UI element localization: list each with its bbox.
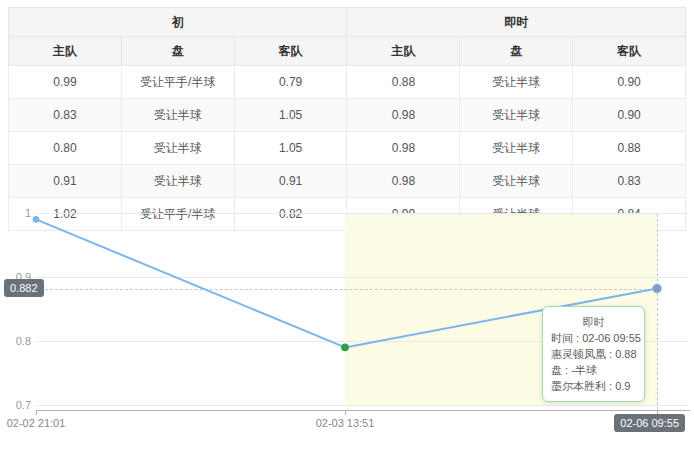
odds-cell: 0.98 [347, 99, 460, 132]
odds-cell: 0.88 [347, 66, 460, 99]
odds-cell: 0.98 [347, 132, 460, 165]
column-header-row: 主队盘客队主队盘客队 [9, 37, 686, 66]
data-point-1[interactable] [342, 344, 349, 351]
current-odds-badge: 0.882 [4, 279, 44, 297]
odds-cell: 0.90 [573, 66, 686, 99]
group-header-live: 即时 [347, 8, 686, 37]
column-header: 主队 [347, 37, 460, 66]
odds-table: 初 即时 主队盘客队主队盘客队 0.99受让平手/半球0.790.88受让半球0… [8, 7, 686, 231]
table-row: 0.83受让半球1.050.98受让半球0.90 [9, 99, 686, 132]
odds-cell: 0.91 [9, 165, 122, 198]
data-point-0[interactable] [33, 216, 39, 222]
table-row: 0.99受让平手/半球0.790.88受让半球0.90 [9, 66, 686, 99]
odds-cell: 受让半球 [460, 66, 573, 99]
odds-cell: 0.80 [9, 132, 122, 165]
tooltip-line: 惠灵顿凤凰 : 0.88 [551, 346, 636, 362]
odds-cell: 受让半球 [121, 132, 234, 165]
odds-cell: 0.88 [573, 132, 686, 165]
odds-cell: 受让半球 [460, 132, 573, 165]
odds-cell: 0.79 [234, 66, 347, 99]
table-row: 0.91受让半球0.910.98受让半球0.83 [9, 165, 686, 198]
odds-cell: 受让平手/半球 [121, 66, 234, 99]
group-header-initial: 初 [9, 8, 347, 37]
column-header: 盘 [460, 37, 573, 66]
table-row: 0.80受让半球1.050.98受让半球0.88 [9, 132, 686, 165]
odds-cell: 1.05 [234, 132, 347, 165]
data-point-2[interactable] [653, 284, 662, 293]
odds-cell: 受让半球 [121, 99, 234, 132]
tooltip-line: 盘 : -半球 [551, 362, 636, 378]
odds-cell: 0.98 [347, 165, 460, 198]
tooltip-line: 墨尔本胜利 : 0.9 [551, 378, 636, 394]
current-time-badge: 02-06 09:55 [614, 414, 685, 432]
odds-line-chart[interactable]: 10.90.80.7 0.882 02-02 21:01 02-03 13:51… [0, 210, 694, 459]
column-header: 客队 [234, 37, 347, 66]
odds-cell: 0.90 [573, 99, 686, 132]
group-header-row: 初 即时 [9, 8, 686, 37]
odds-cell: 0.83 [9, 99, 122, 132]
tooltip-line: 时间 : 02-06 09:55 [551, 330, 636, 346]
column-header: 主队 [9, 37, 122, 66]
odds-cell: 0.91 [234, 165, 347, 198]
column-header: 客队 [573, 37, 686, 66]
odds-cell: 0.83 [573, 165, 686, 198]
odds-cell: 受让半球 [460, 165, 573, 198]
chart-tooltip: 即时 时间 : 02-06 09:55惠灵顿凤凰 : 0.88盘 : -半球墨尔… [542, 306, 645, 402]
odds-cell: 受让半球 [460, 99, 573, 132]
column-header: 盘 [121, 37, 234, 66]
odds-page: 初 即时 主队盘客队主队盘客队 0.99受让平手/半球0.790.88受让半球0… [0, 0, 694, 459]
odds-cell: 1.05 [234, 99, 347, 132]
odds-cell: 受让半球 [121, 165, 234, 198]
odds-cell: 0.99 [9, 66, 122, 99]
tooltip-title: 即时 [551, 314, 636, 330]
